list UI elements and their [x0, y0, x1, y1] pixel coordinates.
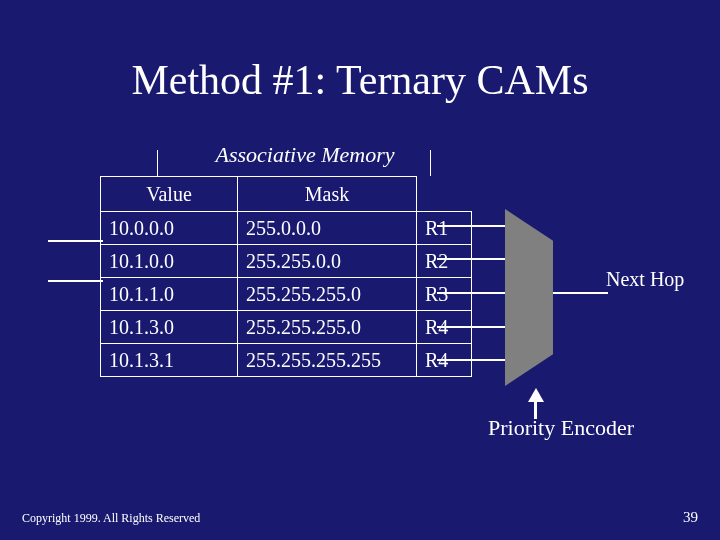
cell-result: R3	[417, 278, 472, 311]
table-row: 10.0.0.0 255.0.0.0 R1	[101, 212, 472, 245]
cell-value: 10.1.0.0	[101, 245, 238, 278]
cell-mask: 255.255.0.0	[238, 245, 417, 278]
page-number: 39	[683, 509, 698, 526]
match-line-5	[437, 359, 505, 361]
copyright-text: Copyright 1999. All Rights Reserved	[22, 511, 200, 526]
table-header-row: Value Mask	[101, 177, 472, 212]
cam-table: Value Mask 10.0.0.0 255.0.0.0 R1 10.1.0.…	[100, 176, 472, 377]
slide: Method #1: Ternary CAMs Associative Memo…	[0, 0, 720, 540]
header-value: Value	[101, 177, 238, 212]
table-row: 10.1.0.0 255.255.0.0 R2	[101, 245, 472, 278]
associative-memory-label: Associative Memory	[170, 142, 440, 168]
input-line-1	[48, 240, 103, 242]
slide-title: Method #1: Ternary CAMs	[0, 56, 720, 104]
cell-value: 10.1.3.1	[101, 344, 238, 377]
cell-mask: 255.255.255.0	[238, 311, 417, 344]
match-line-4	[437, 326, 505, 328]
cell-mask: 255.255.255.0	[238, 278, 417, 311]
cell-result: R2	[417, 245, 472, 278]
cell-value: 10.1.3.0	[101, 311, 238, 344]
cell-value: 10.1.1.0	[101, 278, 238, 311]
cell-mask: 255.0.0.0	[238, 212, 417, 245]
associative-bracket-right	[430, 150, 431, 176]
table-row: 10.1.3.0 255.255.255.0 R4	[101, 311, 472, 344]
cell-result: R1	[417, 212, 472, 245]
priority-encoder-label: Priority Encoder	[488, 415, 634, 441]
table-row: 10.1.1.0 255.255.255.0 R3	[101, 278, 472, 311]
input-line-2	[48, 280, 103, 282]
header-empty	[417, 177, 472, 212]
output-line	[553, 292, 608, 294]
match-line-3	[437, 292, 505, 294]
table-row: 10.1.3.1 255.255.255.255 R4	[101, 344, 472, 377]
match-line-1	[437, 225, 505, 227]
cell-mask: 255.255.255.255	[238, 344, 417, 377]
associative-bracket-left	[157, 150, 158, 176]
priority-encoder-arrow-head	[528, 388, 544, 402]
next-hop-label: Next Hop	[606, 268, 684, 291]
match-line-2	[437, 258, 505, 260]
cell-value: 10.0.0.0	[101, 212, 238, 245]
cam-table-grid: Value Mask 10.0.0.0 255.0.0.0 R1 10.1.0.…	[100, 176, 472, 377]
header-mask: Mask	[238, 177, 417, 212]
priority-encoder-shape	[505, 209, 553, 386]
